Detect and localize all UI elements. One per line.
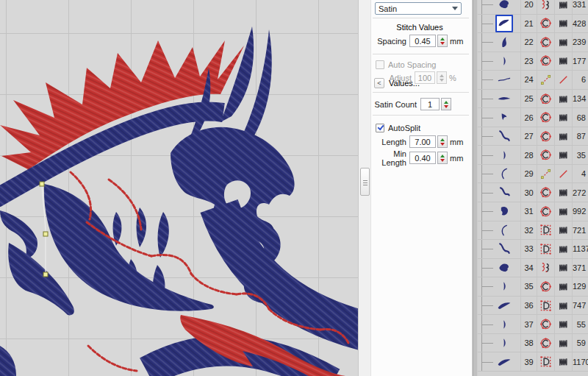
object-thumbnail[interactable] — [495, 334, 513, 352]
object-thumbnail[interactable] — [495, 71, 513, 88]
length-label: Length — [371, 138, 406, 146]
object-thumbnail[interactable] — [495, 277, 513, 295]
stitch-count: 721 — [572, 221, 588, 240]
object-type-icon — [537, 259, 554, 277]
object-thumbnail[interactable] — [495, 184, 513, 202]
sequence-connector — [478, 240, 488, 258]
design-canvas[interactable] — [0, 0, 358, 376]
object-row[interactable]: 35 129 — [478, 277, 588, 297]
object-row[interactable]: 30 272 — [478, 183, 588, 202]
object-thumbnail[interactable] — [495, 90, 513, 107]
selection-handle[interactable] — [43, 272, 48, 277]
object-type-icon — [537, 33, 554, 52]
object-row[interactable]: 34 371 — [478, 259, 588, 278]
object-number: 20 — [520, 0, 537, 14]
object-thumbnail[interactable] — [495, 353, 513, 371]
object-thumbnail[interactable] — [495, 316, 513, 333]
stitch-count: 35 — [572, 146, 588, 164]
object-row[interactable]: 39 1170 — [478, 352, 588, 372]
min-length-stepper[interactable] — [437, 152, 448, 164]
stitch-count: 239 — [572, 33, 588, 52]
grip-icon — [363, 180, 368, 181]
object-thumbnail[interactable] — [495, 15, 513, 32]
autosplit-checkbox[interactable] — [376, 124, 384, 132]
spacing-input[interactable] — [409, 35, 436, 47]
spacing-stepper[interactable] — [437, 35, 448, 47]
object-row[interactable]: 25 134 — [478, 90, 588, 109]
object-type-icon — [537, 127, 554, 146]
object-number: 34 — [520, 259, 537, 277]
object-thumbnail[interactable] — [495, 259, 513, 277]
adjust-stepper[interactable] — [437, 71, 447, 84]
object-row[interactable]: 32 721 — [478, 221, 588, 241]
grip-icon — [363, 185, 368, 185]
object-type-icon — [537, 146, 554, 164]
min-length-input[interactable] — [409, 152, 436, 164]
object-type-dropdown[interactable]: Satin — [375, 2, 462, 15]
stitch-count: 68 — [572, 108, 588, 127]
object-row[interactable]: 24 6 — [478, 71, 588, 90]
object-thumbnail[interactable] — [495, 52, 513, 70]
step-down-icon — [444, 105, 448, 108]
object-thumbnail[interactable] — [495, 0, 513, 13]
object-row[interactable]: 37 55 — [478, 315, 588, 334]
object-row[interactable]: 26 68 — [478, 108, 588, 127]
dragon-design — [0, 0, 358, 376]
object-row[interactable]: 36 747 — [478, 297, 588, 316]
object-row[interactable]: 28 35 — [478, 146, 588, 165]
selection-handle[interactable] — [40, 182, 44, 186]
sequence-connector — [478, 259, 488, 277]
object-thumbnail[interactable] — [495, 165, 513, 182]
object-row[interactable]: 31 992 — [478, 202, 588, 221]
sequence-connector — [478, 221, 488, 240]
sequence-connector — [478, 146, 488, 164]
object-thumbnail[interactable] — [495, 297, 513, 314]
step-up-icon — [440, 38, 445, 40]
auto-spacing-checkbox[interactable] — [376, 60, 384, 69]
object-row[interactable]: 21 428 — [478, 15, 588, 34]
object-type-icon — [537, 315, 554, 333]
selection-handle[interactable] — [43, 232, 48, 236]
object-thumbnail[interactable] — [495, 240, 513, 258]
object-row[interactable]: 38 59 — [478, 334, 588, 353]
stitch-count: 177 — [572, 52, 588, 71]
stitch-type-icon — [554, 0, 572, 14]
object-row[interactable]: 33 1137 — [478, 240, 588, 259]
object-row[interactable]: 29 4 — [478, 165, 588, 184]
object-thumbnail[interactable] — [495, 202, 513, 220]
object-type-icon — [537, 352, 554, 371]
values-button-label[interactable]: Values... — [389, 79, 420, 88]
sequence-connector — [478, 90, 488, 108]
object-type-icon — [537, 71, 554, 89]
values-expander-button[interactable]: < — [374, 78, 384, 88]
stitch-type-icon — [554, 297, 572, 315]
object-row[interactable]: 20 331 — [478, 0, 588, 15]
object-thumbnail[interactable] — [495, 127, 513, 145]
object-order-list[interactable]: 20 331 21 428 22 — [473, 0, 588, 376]
length-input[interactable] — [409, 135, 436, 148]
satin-count-input[interactable] — [420, 98, 440, 110]
object-number: 35 — [520, 277, 537, 296]
length-unit: mm — [450, 138, 463, 146]
object-number: 33 — [520, 240, 537, 258]
object-row[interactable]: 27 87 — [478, 127, 588, 146]
object-thumbnail[interactable] — [495, 33, 513, 51]
embroidery-editor-window: Satin Stitch Values Spacing mm Auto Spac… — [0, 0, 588, 376]
pane-splitter[interactable] — [358, 0, 371, 376]
object-number: 32 — [520, 221, 537, 240]
stitch-type-icon — [554, 33, 572, 52]
divider — [373, 115, 469, 116]
min-length-label: Min Length — [371, 149, 406, 167]
object-thumbnail[interactable] — [495, 221, 513, 239]
object-row[interactable]: 23 177 — [478, 52, 588, 71]
splitter-handle[interactable] — [360, 168, 370, 196]
object-row[interactable]: 22 239 — [478, 33, 588, 52]
satin-count-stepper[interactable] — [441, 98, 451, 110]
object-thumbnail[interactable] — [495, 109, 513, 127]
stitch-count: 4 — [572, 165, 588, 183]
sequence-connector — [478, 334, 488, 352]
stitch-type-icon — [554, 334, 572, 352]
stitch-type-icon — [554, 127, 572, 146]
object-thumbnail[interactable] — [495, 146, 513, 164]
length-stepper[interactable] — [437, 135, 448, 148]
